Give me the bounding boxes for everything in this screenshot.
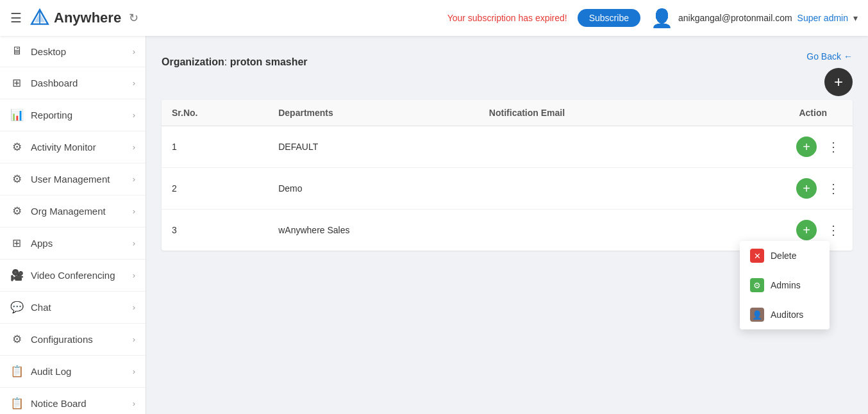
add-department-button[interactable]: + (824, 68, 853, 96)
layout: 🖥 Desktop › ⊞ Dashboard › 📊 Reporting › … (0, 36, 868, 414)
user-info[interactable]: 👤 anikgangal@protonmail.com Super admin … (651, 8, 858, 29)
sidebar-item-label: Desktop (31, 46, 66, 57)
cell-sr: 3 (162, 210, 268, 251)
sidebar-item-reporting[interactable]: 📊 Reporting › (0, 99, 146, 131)
sidebar-item-label: Audit Log (31, 366, 71, 377)
chevron-right-icon: › (133, 78, 135, 88)
sidebar-item-activity-monitor[interactable]: ⚙ Activity Monitor › (0, 131, 146, 163)
cell-action: + ⋮ (699, 126, 853, 168)
header: ☰ Anywhere ↻ Your subscription has expir… (0, 0, 868, 36)
cell-department: wAnywhere Sales (268, 210, 479, 251)
user-management-icon: ⚙ (10, 172, 23, 186)
logo-icon (29, 8, 50, 28)
cell-department: Demo (268, 168, 479, 210)
chevron-down-icon: ▾ (853, 13, 858, 23)
sidebar-item-label: Apps (31, 238, 53, 249)
chevron-right-icon: › (133, 335, 135, 344)
col-srno: Sr.No. (162, 100, 268, 126)
cell-email (479, 168, 700, 210)
video-conferencing-icon: 🎥 (10, 269, 23, 282)
go-back-link[interactable]: Go Back ← (806, 51, 853, 62)
notice-board-icon: 📋 (10, 397, 23, 410)
subscription-expired-text: Your subscription has expired! (447, 13, 567, 23)
admins-icon: ⚙ (750, 278, 764, 292)
desktop-icon: 🖥 (10, 45, 23, 58)
sidebar-item-chat[interactable]: 💬 Chat › (0, 292, 146, 324)
chevron-right-icon: › (133, 47, 135, 56)
more-options-button[interactable]: ⋮ (824, 220, 842, 240)
main-content: Go Back ← Organization: proton smasher +… (146, 36, 868, 414)
more-options-button[interactable]: ⋮ (824, 178, 842, 199)
table-header-row: Sr.No. Departments Notification Email Ac… (162, 100, 853, 126)
chevron-right-icon: › (133, 302, 135, 312)
user-avatar-icon: 👤 (651, 8, 673, 29)
chevron-right-icon: › (133, 367, 135, 376)
sidebar: 🖥 Desktop › ⊞ Dashboard › 📊 Reporting › … (0, 36, 146, 414)
refresh-icon[interactable]: ↻ (129, 11, 138, 25)
sidebar-item-label: User Management (31, 174, 110, 185)
add-to-department-button[interactable]: + (796, 220, 817, 240)
sidebar-item-apps[interactable]: ⊞ Apps › (0, 228, 146, 260)
sidebar-item-label: Configurations (31, 334, 93, 345)
org-name: proton smasher (230, 56, 308, 67)
table: Sr.No. Departments Notification Email Ac… (162, 100, 853, 251)
header-left: ☰ Anywhere ↻ (10, 8, 138, 28)
sidebar-item-audit-log[interactable]: 📋 Audit Log › (0, 356, 146, 388)
more-options-button[interactable]: ⋮ (824, 137, 842, 157)
cell-sr: 2 (162, 168, 268, 210)
cell-action: + ⋮ (699, 168, 853, 210)
sidebar-item-label: Notice Board (31, 398, 87, 409)
org-management-icon: ⚙ (10, 204, 23, 218)
dropdown-item-delete[interactable]: ✕ Delete (740, 241, 830, 270)
reporting-icon: 📊 (10, 108, 23, 122)
logo: Anywhere (29, 8, 121, 28)
chevron-right-icon: › (133, 206, 135, 216)
apps-icon: ⊞ (10, 236, 23, 250)
chevron-right-icon: › (133, 110, 135, 120)
sidebar-item-configurations[interactable]: ⚙ Configurations › (0, 324, 146, 356)
sidebar-item-notice-board[interactable]: 📋 Notice Board › (0, 388, 146, 414)
dropdown-item-auditors[interactable]: 👤 Auditors (740, 300, 830, 329)
chevron-right-icon: › (133, 142, 135, 152)
context-menu: ✕ Delete ⚙ Admins 👤 Auditors (740, 241, 830, 329)
header-right: Your subscription has expired! Subscribe… (447, 8, 858, 29)
sidebar-item-label: Reporting (31, 110, 72, 120)
org-label: Organization (162, 56, 224, 67)
activity-monitor-icon: ⚙ (10, 140, 23, 154)
col-departments: Departments (268, 100, 479, 126)
add-to-department-button[interactable]: + (796, 137, 817, 157)
chevron-right-icon: › (133, 238, 135, 248)
sidebar-item-label: Chat (31, 302, 51, 313)
sidebar-item-org-management[interactable]: ⚙ Org Management › (0, 195, 146, 228)
user-email: anikgangal@protonmail.com (678, 13, 792, 23)
logo-text: Anywhere (54, 10, 121, 26)
departments-table: Sr.No. Departments Notification Email Ac… (162, 100, 853, 251)
sidebar-item-user-management[interactable]: ⚙ User Management › (0, 163, 146, 195)
dropdown-item-label: Delete (771, 251, 796, 261)
chat-icon: 💬 (10, 301, 23, 314)
dropdown-item-admins[interactable]: ⚙ Admins (740, 270, 830, 300)
dashboard-icon: ⊞ (10, 76, 23, 90)
add-to-department-button[interactable]: + (796, 178, 817, 199)
org-title: Organization: proton smasher (162, 56, 853, 68)
sidebar-item-dashboard[interactable]: ⊞ Dashboard › (0, 67, 146, 99)
subscribe-button[interactable]: Subscribe (578, 9, 640, 27)
dropdown-item-label: Admins (771, 280, 801, 290)
sidebar-item-video-conferencing[interactable]: 🎥 Video Conferencing › (0, 260, 146, 292)
hamburger-icon[interactable]: ☰ (10, 10, 22, 26)
col-notification-email: Notification Email (479, 100, 700, 126)
delete-icon: ✕ (750, 249, 764, 263)
sidebar-item-label: Dashboard (31, 78, 78, 88)
col-action: Action (699, 100, 853, 126)
auditors-icon: 👤 (750, 308, 764, 322)
go-back-label: Go Back (806, 51, 841, 62)
sidebar-item-label: Org Management (31, 206, 106, 217)
configurations-icon: ⚙ (10, 333, 23, 346)
sidebar-item-label: Activity Monitor (31, 142, 96, 153)
chevron-right-icon: › (133, 174, 135, 184)
cell-email (479, 126, 700, 168)
sidebar-item-desktop[interactable]: 🖥 Desktop › (0, 36, 146, 67)
cell-department: DEFAULT (268, 126, 479, 168)
back-arrow-icon: ← (844, 51, 853, 62)
cell-sr: 1 (162, 126, 268, 168)
